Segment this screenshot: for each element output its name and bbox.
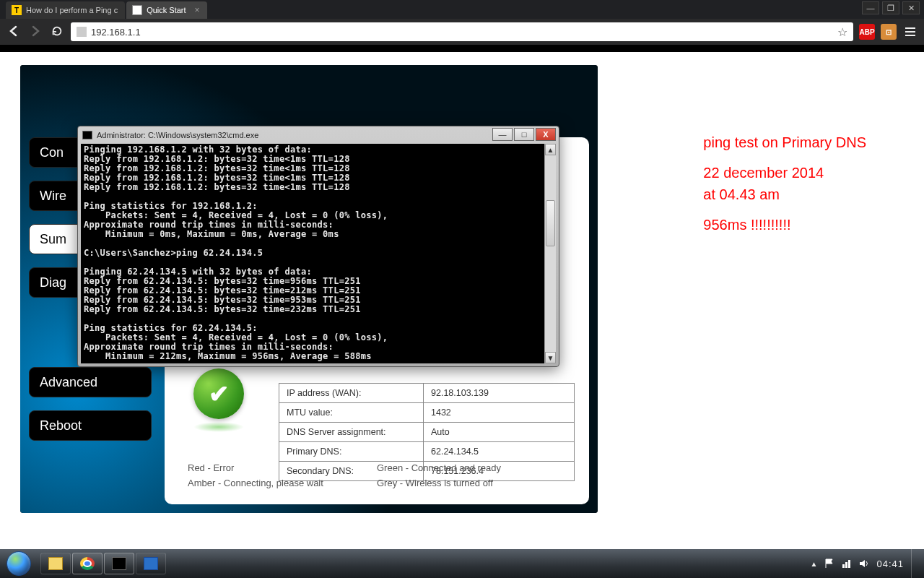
annotation-text: ping test on Primary DNS 22 december 201… — [703, 131, 866, 244]
info-label: Primary DNS: — [279, 442, 424, 462]
window-close-button[interactable]: ✕ — [902, 1, 920, 14]
forward-button[interactable] — [27, 24, 43, 40]
favicon-doc-icon — [132, 5, 142, 15]
clock[interactable]: 04:41 — [876, 558, 904, 569]
info-label: MTU value: — [279, 403, 424, 423]
tab-close-icon[interactable]: × — [195, 5, 200, 15]
chrome-menu-button[interactable] — [902, 27, 918, 36]
terminal-icon — [112, 557, 126, 570]
volume-icon[interactable] — [859, 558, 869, 569]
info-label: IP address (WAN): — [279, 384, 424, 403]
page-icon — [77, 27, 87, 37]
table-row: Primary DNS:62.24.134.5 — [279, 442, 575, 462]
status-indicator — [193, 368, 258, 434]
back-button[interactable] — [6, 24, 22, 40]
arrow-left-icon — [6, 24, 21, 38]
annot-line-3: at 04.43 am — [703, 186, 780, 202]
info-value: 92.18.103.139 — [424, 384, 575, 403]
rdp-icon — [144, 557, 158, 570]
reload-icon — [51, 25, 64, 38]
network-icon[interactable] — [842, 558, 852, 569]
table-row: MTU value:1432 — [279, 403, 575, 423]
info-value: 1432 — [424, 403, 575, 423]
flag-icon[interactable] — [824, 558, 834, 569]
table-row: DNS Server assignment:Auto — [279, 423, 575, 442]
sidebar-item-advanced[interactable]: Advanced — [29, 367, 152, 397]
annot-line-2: 22 december 2014 — [703, 165, 824, 181]
info-value: Auto — [424, 423, 575, 442]
annot-line-4: 956ms !!!!!!!!!! — [703, 214, 866, 236]
adblock-extension-button[interactable]: ABP — [859, 24, 875, 40]
info-label: DNS Server assignment: — [279, 423, 424, 442]
window-controls: — ❐ ✕ — [862, 1, 920, 14]
favicon-t-icon: T — [12, 5, 22, 15]
svg-rect-2 — [848, 560, 850, 568]
checkmark-icon — [193, 368, 244, 419]
cmd-scrollbar[interactable]: ▲ ▼ — [544, 144, 556, 363]
cmd-close-button[interactable]: X — [536, 128, 556, 141]
tray-overflow-icon[interactable]: ▲ — [811, 560, 818, 568]
cmd-body[interactable]: Pinging 192.168.1.2 with 32 bytes of dat… — [81, 144, 556, 363]
tab-1-title: How do I perform a Ping c — [26, 6, 118, 14]
page-viewport: Con Wire Sum Diag Advanced Reboot IP add… — [0, 52, 924, 549]
window-restore-button[interactable]: ❐ — [882, 1, 899, 14]
table-row: IP address (WAN):92.18.103.139 — [279, 384, 575, 403]
pin-explorer[interactable] — [40, 553, 71, 574]
scroll-down-icon[interactable]: ▼ — [545, 352, 556, 363]
tab-2[interactable]: Quick Start × — [126, 1, 206, 19]
cmd-minimize-button[interactable]: — — [492, 128, 513, 141]
windows-orb-icon — [6, 551, 31, 576]
window-minimize-button[interactable]: — — [862, 1, 879, 14]
extension-button-2[interactable]: ⊡ — [881, 24, 897, 40]
info-value: 62.24.134.5 — [424, 442, 575, 462]
sidebar-item-reboot[interactable]: Reboot — [29, 410, 152, 441]
check-shadow — [193, 422, 244, 432]
start-button[interactable] — [0, 549, 38, 578]
legend-amber: Amber - Connecting, please wait — [188, 478, 377, 488]
address-bar-row: ☆ ABP ⊡ — [0, 19, 924, 45]
pin-cmd[interactable] — [104, 553, 134, 574]
legend-red: Red - Error — [188, 462, 377, 473]
tab-strip: T How do I perform a Ping c Quick Start … — [0, 0, 924, 19]
scroll-thumb[interactable] — [546, 200, 555, 246]
cmd-window-controls: — □ X — [492, 128, 556, 141]
toolbar-strip — [0, 45, 924, 52]
scroll-up-icon[interactable]: ▲ — [545, 144, 556, 155]
legend-grey: Grey - Wireless is turned off — [377, 478, 566, 488]
cmd-icon — [82, 131, 92, 139]
browser-chrome: T How do I perform a Ping c Quick Start … — [0, 0, 924, 52]
cmd-titlebar[interactable]: Administrator: C:\Windows\system32\cmd.e… — [78, 126, 559, 144]
legend-green: Green - Connected and ready — [377, 462, 566, 473]
show-desktop-button[interactable] — [911, 549, 918, 578]
pin-chrome[interactable] — [72, 553, 103, 574]
chrome-icon — [80, 557, 95, 570]
svg-rect-0 — [842, 564, 845, 568]
folder-icon — [48, 557, 63, 570]
pin-rdp[interactable] — [136, 553, 166, 574]
status-legend: Red - Error Green - Connected and ready … — [188, 462, 566, 488]
cmd-output: Pinging 192.168.1.2 with 32 bytes of dat… — [84, 145, 553, 363]
tab-2-title: Quick Start — [147, 6, 186, 14]
cmd-window[interactable]: Administrator: C:\Windows\system32\cmd.e… — [77, 126, 559, 367]
taskbar-pins — [40, 553, 166, 574]
svg-rect-1 — [845, 562, 847, 568]
annot-line-1: ping test on Primary DNS — [703, 131, 866, 153]
cmd-title: Administrator: C:\Windows\system32\cmd.e… — [97, 131, 258, 139]
url-input[interactable] — [91, 27, 833, 38]
taskbar: ▲ 04:41 — [0, 549, 924, 578]
tab-1[interactable]: T How do I perform a Ping c — [6, 1, 125, 19]
system-tray: ▲ 04:41 — [811, 549, 924, 578]
arrow-right-icon — [28, 24, 43, 38]
reload-button[interactable] — [49, 24, 65, 40]
bookmark-star-icon[interactable]: ☆ — [837, 25, 847, 39]
face-icon: ⊡ — [886, 28, 892, 36]
omnibox[interactable]: ☆ — [71, 22, 853, 41]
cmd-maximize-button[interactable]: □ — [514, 128, 534, 141]
